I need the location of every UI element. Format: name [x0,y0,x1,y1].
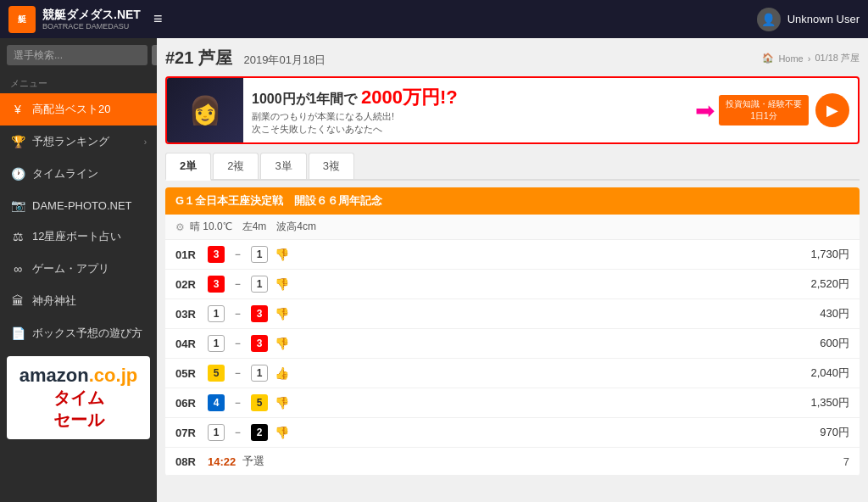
thumbdown-icon[interactable]: 👎 [275,337,289,350]
sidebar-item-photo[interactable]: 📷 DAME-PHOTO.NET [0,190,157,220]
table-row[interactable]: 03R 1 － 3 👎 430円 [165,299,860,329]
shrine-icon: 🏛 [10,294,25,308]
breadcrumb-home: Home [778,53,803,64]
page-header: #21 芦屋 2019年01月18日 🏠 Home › 01/18 芦屋 [165,47,860,70]
logo: 艇 競艇ダメダス.NET BOATRACE DAMEDASU [8,6,141,33]
sidebar-item-label: ゲーム・アプリ [32,261,109,276]
boat-badge-1: 1 [208,424,225,441]
boat-badge-2: 3 [251,335,268,352]
table-row[interactable]: 08R 14:22 予選 7 [165,448,860,476]
scales-icon: ⚖ [10,230,25,243]
race-price: 600円 [820,336,849,351]
boat-badge-1: 1 [208,335,225,352]
boat-badge-2: 3 [251,305,268,322]
separator: － [232,336,243,351]
separator: － [232,276,243,292]
sidebar-item-ranking[interactable]: 🏆 予想ランキング › [0,126,157,158]
table-row[interactable]: 02R 3 － 1 👎 2,520円 [165,270,860,299]
tab-2fuku[interactable]: 2複 [213,153,259,179]
table-row[interactable]: 05R 5 － 1 👍 2,040円 [165,359,860,388]
ad-play-button[interactable]: ▶ [815,93,849,127]
thumbdown-icon[interactable]: 👎 [275,307,289,321]
boat-badge-1: 3 [208,246,225,263]
tab-3fuku[interactable]: 3複 [309,153,354,179]
logo-sub: BOATRACE DAMEDASU [42,22,141,31]
menu-label: メニュー [0,72,157,93]
sidebar-item-best20[interactable]: ¥ 高配当ベスト20 [0,93,157,126]
ad-badge: 投資知識・経験不要 1日1分 [719,95,809,126]
logo-icon: 艇 [8,6,36,33]
race-count: 7 [843,455,849,468]
sidebar: 🔍 メニュー ¥ 高配当ベスト20 🏆 予想ランキング › 🕐 タイムライン 📷… [0,38,157,502]
header: 艇 競艇ダメダス.NET BOATRACE DAMEDASU ≡ 👤 Unkno… [0,0,868,38]
table-row[interactable]: 07R 1 － 2 👎 970円 [165,418,860,448]
search-input[interactable] [7,45,147,65]
boat-badge-2: 1 [251,276,268,293]
username: Unknown User [787,13,860,25]
race-section: G１全日本王座決定戦 開設６６周年記念 ⚙ 晴 10.0℃ 左4m 波高4cm … [165,187,860,476]
chevron-right-icon: › [144,137,147,147]
search-bar: 🔍 [0,38,157,72]
thumbdown-icon[interactable]: 👎 [275,396,289,410]
tab-3tan[interactable]: 3単 [260,153,306,179]
sidebar-item-box[interactable]: 📄 ボックス予想の遊び方 [0,317,157,349]
race-label: 予選 [242,454,264,469]
table-row[interactable]: 06R 4 － 5 👎 1,350円 [165,388,860,418]
tabs: 2単 2複 3単 3複 [165,153,860,181]
race-number: 08R [175,455,201,468]
clock-icon: 🕐 [10,167,25,181]
boat-badge-2: 1 [251,246,268,263]
avatar: 👤 [757,8,781,31]
document-icon: 📄 [10,326,25,340]
sidebar-item-timeline[interactable]: 🕐 タイムライン [0,158,157,190]
page-title-group: #21 芦屋 2019年01月18日 [165,47,326,70]
weather-icon: ⚙ [175,221,185,233]
race-number: 04R [175,337,201,350]
breadcrumb: 🏠 Home › 01/18 芦屋 [762,52,860,64]
sidebar-item-horoscope[interactable]: ⚖ 12星座ボート占い [0,220,157,253]
race-price: 430円 [820,306,849,321]
amazon-banner[interactable]: amazon.co.jp タイムセール [7,356,150,439]
separator: － [232,365,243,381]
separator: － [232,425,243,440]
boat-badge-2: 2 [251,424,268,441]
race-price: 1,730円 [810,247,849,262]
yen-icon: ¥ [10,103,25,116]
race-number: 01R [175,248,201,261]
ad-text: 1000円が1年間で 2000万円!? 副業のつもりが本業になる人続出! 次こそ… [243,81,691,141]
breadcrumb-current: 01/18 芦屋 [815,52,860,64]
race-number: 02R [175,278,201,291]
logo-text-group: 競艇ダメダス.NET BOATRACE DAMEDASU [42,8,141,31]
breadcrumb-sep: › [808,53,811,64]
home-icon: 🏠 [762,53,774,64]
page-date: 2019年01月18日 [244,53,326,66]
tab-2tan[interactable]: 2単 [165,153,211,181]
sidebar-item-label: 高配当ベスト20 [32,102,110,117]
sidebar-item-label: 12星座ボート占い [32,229,121,244]
game-icon: ∞ [10,262,25,276]
race-number: 03R [175,308,201,321]
event-header: G１全日本王座決定戦 開設６６周年記念 [165,187,860,215]
race-time: 14:22 [208,455,236,468]
sidebar-item-game[interactable]: ∞ ゲーム・アプリ [0,253,157,285]
race-number: 06R [175,397,201,410]
sidebar-item-label: ボックス予想の遊び方 [32,326,142,341]
boat-badge-2: 1 [251,365,268,382]
sidebar-item-shrine[interactable]: 🏛 神舟神社 [0,285,157,317]
table-row[interactable]: 01R 3 － 1 👎 1,730円 [165,240,860,270]
thumbup-icon[interactable]: 👍 [275,366,289,380]
hamburger-icon[interactable]: ≡ [153,10,163,28]
boat-badge-1: 4 [208,394,225,411]
ad-headline: 1000円が1年間で 2000万円!? [252,85,682,110]
thumbdown-icon[interactable]: 👎 [275,248,289,261]
separator: － [232,247,243,262]
amazon-logo: amazon.co.jp [15,365,142,387]
thumbdown-icon[interactable]: 👎 [275,426,289,439]
thumbdown-icon[interactable]: 👎 [275,277,289,291]
user-info: 👤 Unknown User [757,8,860,31]
main-layout: 🔍 メニュー ¥ 高配当ベスト20 🏆 予想ランキング › 🕐 タイムライン 📷… [0,38,868,502]
page-number: #21 [165,48,198,67]
boat-badge-1: 3 [208,276,225,293]
ad-banner[interactable]: 👩 1000円が1年間で 2000万円!? 副業のつもりが本業になる人続出! 次… [165,76,860,144]
table-row[interactable]: 04R 1 － 3 👎 600円 [165,329,860,359]
